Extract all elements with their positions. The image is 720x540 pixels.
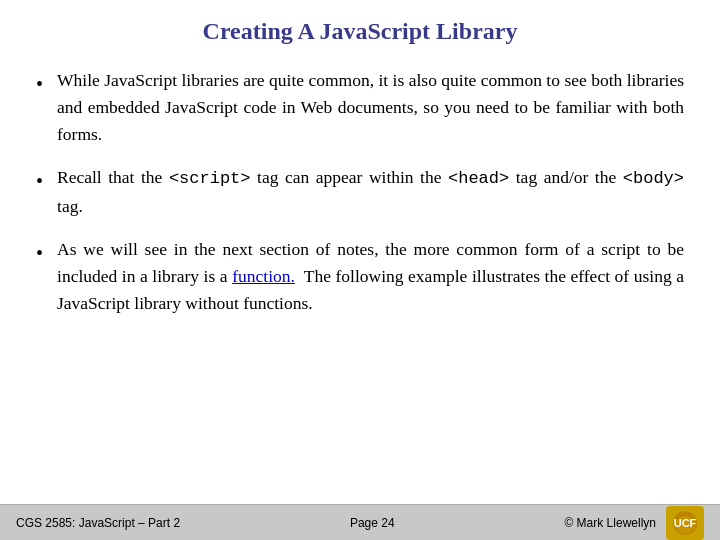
bullet-dot: • <box>36 238 43 268</box>
list-item: • As we will see in the next section of … <box>36 236 684 317</box>
footer-center: Page 24 <box>350 516 395 530</box>
bullet-text-3: As we will see in the next section of no… <box>57 236 684 317</box>
footer-end: © Mark Llewellyn UCF <box>564 506 704 540</box>
bullet-dot: • <box>36 69 43 99</box>
bullet-text-1: While JavaScript libraries are quite com… <box>57 67 684 148</box>
slide-title: Creating A JavaScript Library <box>36 18 684 45</box>
footer-left: CGS 2585: JavaScript – Part 2 <box>16 516 180 530</box>
footer: CGS 2585: JavaScript – Part 2 Page 24 © … <box>0 504 720 540</box>
bullet-dot: • <box>36 166 43 196</box>
function-link[interactable]: function. <box>232 266 295 286</box>
code-body: <body> <box>623 169 684 188</box>
list-item: • While JavaScript libraries are quite c… <box>36 67 684 148</box>
slide-content: Creating A JavaScript Library • While Ja… <box>0 0 720 504</box>
svg-text:UCF: UCF <box>674 517 697 529</box>
footer-right: © Mark Llewellyn <box>564 516 656 530</box>
footer-logo: UCF <box>666 506 704 540</box>
bullet-text-2: Recall that the <script> tag can appear … <box>57 164 684 219</box>
bullet-list: • While JavaScript libraries are quite c… <box>36 67 684 494</box>
code-head: <head> <box>448 169 509 188</box>
code-script: <script> <box>169 169 251 188</box>
list-item: • Recall that the <script> tag can appea… <box>36 164 684 219</box>
